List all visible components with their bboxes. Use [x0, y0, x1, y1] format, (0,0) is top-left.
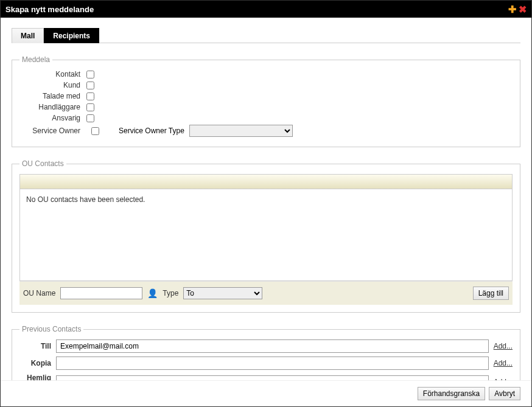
checkbox-talade-med[interactable] — [86, 92, 94, 100]
close-icon[interactable]: ✖ — [519, 4, 527, 15]
meddela-label-kund: Kund — [19, 81, 86, 89]
dialog-footer: Förhandsgranska Avbryt — [1, 380, 531, 406]
pc-input-hemlig-kopia[interactable] — [56, 375, 489, 380]
meddela-fieldset: Meddela Kontakt Kund Talade med Handlägg… — [12, 55, 520, 147]
plus-icon[interactable]: ✚ — [508, 4, 516, 15]
meddela-label-ansvarig: Ansvarig — [19, 114, 86, 122]
pc-label-hemlig-kopia: Hemlig kopia — [19, 374, 51, 380]
window-title: Skapa nytt meddelande — [5, 5, 94, 14]
pc-add-kopia[interactable]: Add... — [494, 359, 513, 367]
previous-contacts-fieldset: Previous Contacts Till Add... Kopia Add.… — [12, 325, 520, 380]
service-owner-type-select[interactable] — [189, 125, 293, 137]
ou-contacts-fieldset: OU Contacts No OU contacts have been sel… — [12, 159, 520, 313]
cancel-button[interactable]: Avbryt — [489, 387, 520, 400]
pc-label-kopia: Kopia — [19, 359, 51, 367]
checkbox-kund[interactable] — [86, 82, 94, 89]
ou-type-label: Type — [163, 289, 178, 297]
pc-add-till[interactable]: Add... — [494, 342, 513, 350]
previous-contacts-legend: Previous Contacts — [19, 325, 83, 333]
checkbox-ansvarig[interactable] — [86, 114, 94, 122]
meddela-label-talade-med: Talade med — [19, 92, 86, 100]
create-message-dialog: Skapa nytt meddelande ✚ ✖ Mall Recipient… — [0, 0, 532, 407]
pc-input-kopia[interactable] — [56, 357, 489, 370]
ou-list-header — [20, 175, 512, 189]
ou-list-body: No OU contacts have been selected. — [20, 189, 512, 280]
ou-empty-text: No OU contacts have been selected. — [26, 195, 145, 204]
meddela-label-kontakt: Kontakt — [19, 70, 86, 78]
ou-add-button[interactable]: Lägg till — [473, 287, 509, 300]
ou-type-select[interactable]: To — [183, 287, 262, 299]
tab-recipients[interactable]: Recipients — [44, 28, 99, 43]
pc-input-till[interactable] — [56, 339, 489, 353]
pc-label-till: Till — [19, 342, 51, 350]
service-owner-type-label: Service Owner Type — [119, 127, 184, 135]
ou-contacts-legend: OU Contacts — [19, 159, 66, 168]
preview-button[interactable]: Förhandsgranska — [418, 387, 485, 400]
checkbox-handlaggare[interactable] — [86, 103, 94, 111]
checkbox-kontakt[interactable] — [86, 71, 94, 78]
checkbox-service-owner[interactable] — [91, 127, 99, 135]
meddela-label-handlaggare: Handläggare — [19, 103, 86, 111]
meddela-legend: Meddela — [19, 55, 52, 64]
tab-mall[interactable]: Mall — [12, 28, 44, 43]
tabs: Mall Recipients — [12, 27, 520, 43]
ou-name-label: OU Name — [23, 289, 55, 297]
person-picker-icon[interactable]: 👤 — [147, 288, 158, 298]
titlebar: Skapa nytt meddelande ✚ ✖ — [1, 1, 531, 18]
meddela-label-service-owner: Service Owner — [19, 127, 86, 135]
ou-name-input[interactable] — [60, 287, 142, 299]
